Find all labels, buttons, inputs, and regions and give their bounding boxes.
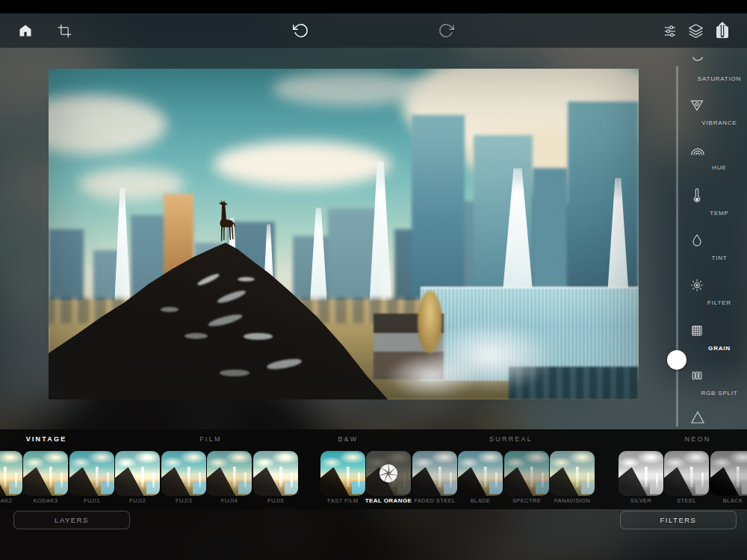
filter-label: SILVER: [630, 497, 652, 504]
aperture-icon: [376, 461, 400, 485]
filter-preview: [69, 451, 114, 496]
filter-preview: [320, 451, 365, 496]
filter-label: FADED STEEL: [414, 497, 455, 504]
filter-preview: [664, 451, 709, 496]
export-icon: [713, 21, 731, 40]
photo-scene: [49, 69, 639, 399]
filters-button[interactable]: FILTERS: [620, 511, 737, 529]
filter-preview: [0, 451, 22, 496]
triangle-icon: [689, 410, 747, 425]
filter-preview: [115, 451, 160, 496]
filter-label: PANAVISION: [554, 497, 591, 504]
filter-label: FUJI5: [267, 497, 284, 504]
filter-thumb-kodak3[interactable]: [23, 451, 68, 496]
selected-filter-overlay: [366, 451, 411, 496]
adjustments-icon: [663, 23, 678, 38]
filter-label: FAST FILM: [327, 497, 358, 504]
filter-thumb-steel[interactable]: [664, 451, 709, 496]
filter-preview: [619, 451, 663, 496]
vibrance-icon: [689, 98, 747, 113]
sidebar-item-label: RGB SPLIT: [701, 390, 738, 396]
filter-preview: [504, 451, 549, 496]
layers-toggle-button[interactable]: [686, 22, 704, 40]
sidebar-item-filter[interactable]: FILTER: [689, 278, 747, 306]
status-bar: [0, 0, 747, 13]
sidebar-item-label: VIBRANCE: [701, 119, 737, 126]
rgb-split-icon: [689, 368, 747, 383]
sidebar-item-label: TINT: [712, 255, 728, 261]
filter-label: SPECTRE: [512, 497, 541, 504]
sidebar-item-rgb-split[interactable]: RGB SPLIT: [689, 368, 747, 396]
filter-label: KODAK3: [34, 497, 58, 504]
filter-label: FUJI3: [176, 497, 192, 504]
top-toolbar: [0, 13, 747, 48]
filter-preview: [412, 451, 457, 496]
export-button[interactable]: [713, 22, 731, 40]
filter-label-selected: TEAL ORANGE: [365, 497, 412, 504]
filter-icon: [689, 278, 747, 293]
saturation-icon: [689, 54, 747, 69]
filter-thumb-silver[interactable]: [619, 451, 663, 496]
redo-icon: [438, 22, 455, 39]
tint-icon: [689, 233, 747, 248]
sidebar-item-label: GRAIN: [708, 345, 731, 352]
filter-preview: [458, 451, 503, 496]
filter-label: KODAK2: [0, 497, 12, 504]
filter-thumb-faded-steel[interactable]: [412, 451, 457, 496]
sidebar-item-vibrance[interactable]: VIBRANCE: [689, 98, 747, 126]
filter-label: BLADE: [471, 497, 491, 504]
temp-icon: [689, 188, 747, 203]
layers-button[interactable]: LAYERS: [13, 511, 130, 529]
category-film[interactable]: FILM: [199, 435, 221, 443]
photo-editor-app: SATURATION VIBRANCE HUE TEMP TINT: [0, 0, 747, 560]
filter-thumb-spectre[interactable]: [504, 451, 549, 496]
filter-preview: [23, 451, 68, 496]
category-bw[interactable]: B&W: [338, 435, 358, 443]
sidebar-item-label: SATURATION: [698, 75, 741, 82]
home-button[interactable]: [16, 22, 34, 40]
amount-slider-thumb[interactable]: [667, 350, 686, 370]
sidebar-item-saturation[interactable]: SATURATION: [689, 54, 747, 82]
filter-preview: [161, 451, 206, 496]
sidebar-item-hue[interactable]: HUE: [689, 143, 747, 171]
filter-label: FUJI1: [84, 497, 100, 504]
hue-icon: [689, 143, 747, 158]
sidebar-item-grain[interactable]: GRAIN: [689, 323, 747, 352]
filter-preview: [207, 451, 252, 496]
filter-thumb-teal-orange[interactable]: [366, 451, 411, 496]
filter-thumb-fuji2[interactable]: [115, 451, 160, 496]
filter-label: STEEL: [677, 497, 696, 504]
filter-preview: [550, 451, 595, 496]
undo-button[interactable]: [291, 22, 309, 40]
home-icon: [18, 23, 33, 38]
sidebar-item-temp[interactable]: TEMP: [689, 188, 747, 217]
layers-icon: [688, 23, 704, 39]
sidebar-item-tint[interactable]: TINT: [689, 233, 747, 261]
filter-thumb-fuji3[interactable]: [161, 451, 206, 496]
category-vintage[interactable]: VINTAGE: [26, 435, 67, 443]
sidebar-item-label: HUE: [712, 164, 726, 171]
sidebar-item-label: FILTER: [707, 299, 731, 306]
undo-icon: [292, 22, 309, 39]
filter-label: BLACK: [723, 497, 743, 504]
filter-thumb-blade[interactable]: [458, 451, 503, 496]
filters-panel: VINTAGE FILM B&W SURREAL NEON: [0, 429, 747, 509]
filter-label: FUJI2: [129, 497, 146, 504]
filter-thumb-fuji1[interactable]: [69, 451, 114, 496]
crop-icon: [58, 24, 72, 38]
filter-thumb-panavision[interactable]: [550, 451, 595, 496]
category-surreal[interactable]: SURREAL: [489, 435, 533, 443]
adjustments-button[interactable]: [661, 22, 679, 40]
amount-slider-track[interactable]: [676, 66, 678, 427]
category-neon[interactable]: NEON: [685, 435, 711, 443]
filter-thumb-kodak2[interactable]: [0, 451, 22, 496]
grain-icon: [689, 323, 747, 338]
crop-button[interactable]: [55, 22, 73, 40]
filter-thumb-black[interactable]: [710, 451, 747, 496]
filter-thumb-fast-film[interactable]: [320, 451, 365, 496]
redo-button[interactable]: [438, 22, 456, 40]
filter-thumb-fuji4[interactable]: [207, 451, 252, 496]
filter-label: FUJI4: [221, 497, 238, 504]
photo-canvas[interactable]: [49, 69, 639, 399]
filter-thumb-fuji5[interactable]: [253, 451, 298, 496]
